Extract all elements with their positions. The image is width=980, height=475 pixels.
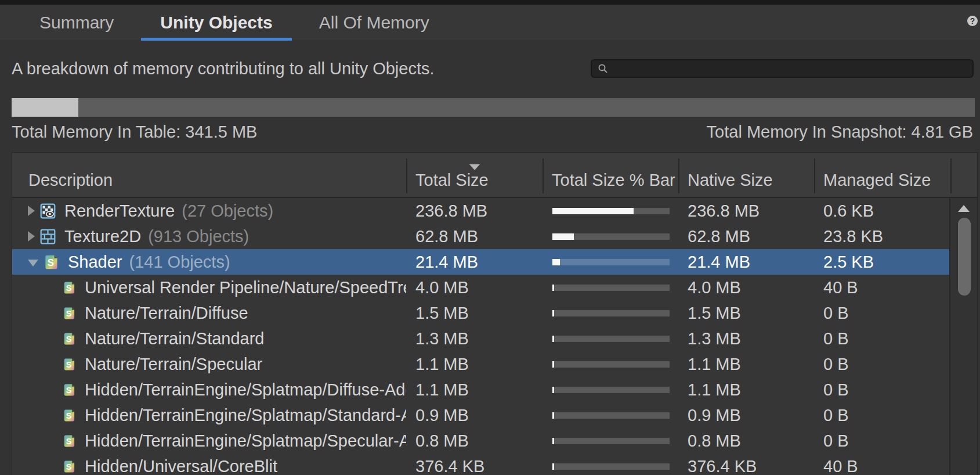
percent-bar-cell [543,387,678,393]
native-size-cell: 376.4 KB [678,457,814,475]
table-row[interactable]: Texture2D (913 Objects) 62.8 MB 62.8 MB … [12,224,977,249]
percent-bar-track [552,233,670,240]
percent-bar-fill [552,208,634,214]
page-description: A breakdown of memory contributing to al… [12,59,435,78]
managed-size-cell: 0 B [814,431,950,451]
column-header-total-size[interactable]: Total Size [406,153,543,197]
table-row[interactable]: S Shader (141 Objects) 21.4 MB 21.4 MB 2… [12,249,977,275]
percent-bar-cell [543,463,678,470]
percent-bar-track [552,336,670,342]
expander-icon[interactable] [28,260,38,267]
column-header-managed-size[interactable]: Managed Size [814,153,950,197]
row-name: RenderTexture [64,201,175,221]
total-size-cell: 1.5 MB [406,304,543,323]
total-size-cell: 1.1 MB [406,355,543,374]
table-row[interactable]: S Nature/Terrain/Standard 1.3 MB 1.3 MB … [12,326,977,351]
percent-bar-track [552,285,670,291]
column-header-total-size-percent-bar[interactable]: Total Size % Bar [543,153,678,197]
table-row[interactable]: S Hidden/TerrainEngine/Splatmap/Specular… [12,428,977,454]
table-row[interactable]: S Universal Render Pipeline/Nature/Speed… [12,275,977,300]
svg-text:S: S [66,462,72,471]
row-object-count: (27 Objects) [182,201,273,221]
native-size-cell: 62.8 MB [678,227,814,246]
shader-icon: S [63,332,76,346]
row-name: Nature/Terrain/Diffuse [85,304,248,323]
percent-bar-cell [543,259,678,265]
managed-size-cell: 0 B [814,406,950,425]
table-row[interactable]: S Hidden/TerrainEngine/Splatmap/Standard… [12,402,977,428]
tab-summary[interactable]: Summary [20,5,133,41]
window-top-strip [0,0,980,5]
percent-bar-cell [543,310,678,316]
svg-text:S: S [66,334,72,343]
table-row[interactable]: RenderTexture (27 Objects) 236.8 MB 236.… [12,198,977,224]
managed-size-cell: 40 B [814,457,950,475]
tab-unity-objects[interactable]: Unity Objects [141,5,291,41]
svg-text:S: S [66,308,72,318]
row-name: Nature/Terrain/Standard [85,329,265,348]
managed-size-cell: 2.5 KB [814,253,950,272]
svg-text:S: S [66,359,72,369]
percent-bar-track [552,310,670,316]
row-object-count: (913 Objects) [148,227,249,246]
column-header-native-size[interactable]: Native Size [678,153,814,197]
svg-text:S: S [66,436,72,445]
table-row[interactable]: S Nature/Terrain/Specular 1.1 MB 1.1 MB … [12,351,977,377]
expander-icon[interactable] [28,206,35,216]
shader-icon: S [63,281,76,294]
description-cell: S Hidden/TerrainEngine/Splatmap/Diffuse-… [12,377,406,402]
expander-icon[interactable] [28,231,35,242]
description-cell: S Universal Render Pipeline/Nature/Speed… [12,275,406,300]
percent-bar-fill [552,412,554,419]
percent-bar-cell [543,336,678,342]
native-size-cell: 1.5 MB [678,304,814,323]
percent-bar-track [552,387,670,393]
percent-bar-fill [552,463,554,470]
percent-bar-cell [543,412,678,419]
percent-bar-track [552,438,670,444]
intro-row: A breakdown of memory contributing to al… [0,56,980,81]
search-box[interactable] [591,59,974,78]
svg-text:S: S [66,283,72,292]
row-name: Nature/Terrain/Specular [85,355,262,374]
native-size-cell: 4.0 MB [678,278,814,297]
percent-bar-track [552,361,670,368]
row-name: Hidden/Universal/CoreBlit [85,457,277,475]
tab-bar: Summary Unity Objects All Of Memory ? [0,5,980,41]
percent-bar-fill [552,285,554,291]
shader-icon: S [63,460,76,473]
percent-bar-cell [543,361,678,368]
managed-size-cell: 0 B [814,329,950,348]
table-row[interactable]: S Hidden/TerrainEngine/Splatmap/Diffuse-… [12,377,977,402]
scrollbar-corner [950,153,978,197]
native-size-cell: 0.8 MB [678,431,814,451]
description-cell: S Shader (141 Objects) [12,249,406,275]
vertical-scrollbar[interactable] [949,198,977,475]
tab-all-of-memory[interactable]: All Of Memory [300,5,449,41]
native-size-cell: 1.3 MB [678,329,814,348]
percent-bar-fill [552,336,554,342]
row-name: Texture2D [64,227,141,246]
percent-bar-fill [552,387,554,393]
scrollbar-thumb[interactable] [958,218,971,296]
table-header: Description Total Size Total Size % Bar … [12,153,977,198]
shader-icon: S [63,307,76,320]
sort-descending-icon [469,164,480,170]
managed-size-cell: 23.8 KB [814,227,950,246]
native-size-cell: 1.1 MB [678,380,814,400]
column-header-description[interactable]: Description [12,153,406,197]
column-header-label: Total Size [415,171,489,190]
managed-size-cell: 0.6 KB [814,201,950,221]
help-icon[interactable]: ? [967,16,978,26]
description-cell: S Nature/Terrain/Specular [12,351,406,377]
percent-bar-fill [552,361,554,368]
search-input[interactable] [613,60,967,77]
table-row[interactable]: S Hidden/Universal/CoreBlit 376.4 KB 376… [12,454,977,475]
table-row[interactable]: S Nature/Terrain/Diffuse 1.5 MB 1.5 MB 0… [12,300,977,326]
managed-size-cell: 0 B [814,355,950,374]
table-body: RenderTexture (27 Objects) 236.8 MB 236.… [12,198,977,475]
description-cell: RenderTexture (27 Objects) [12,198,406,224]
scroll-up-icon[interactable] [958,205,970,212]
percent-bar-cell [543,438,678,444]
percent-bar-fill [552,233,574,240]
